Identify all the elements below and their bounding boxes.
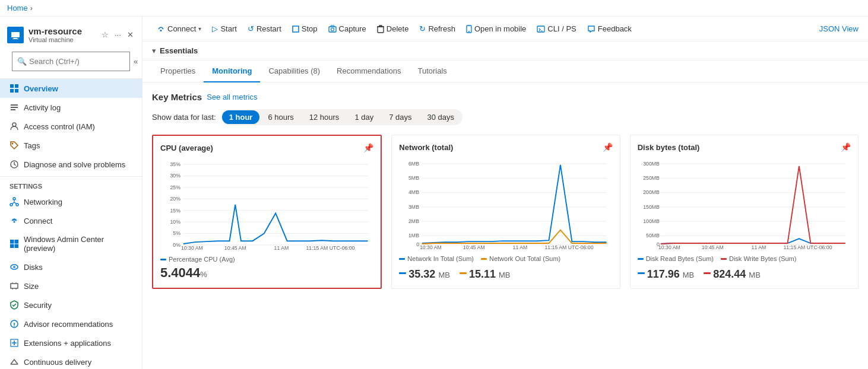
cpu-value-unit: % [200,270,207,279]
advisor-icon [9,319,19,329]
tab-tutorials[interactable]: Tutorials [410,61,455,82]
overview-icon [9,84,19,93]
see-all-metrics-link[interactable]: See all metrics [207,93,257,101]
sidebar-item-diagnose[interactable]: Diagnose and solve problems [0,155,142,174]
time-pill-1hour[interactable]: 1 hour [222,110,260,124]
tab-properties[interactable]: Properties [152,61,204,82]
chart-cpu-pin-icon[interactable]: 📌 [363,143,373,152]
sidebar-item-label-size: Size [24,282,39,291]
sidebar-item-size[interactable]: Size [0,276,142,295]
chart-disk-values: 117.96 MB 824.44 MB [638,266,851,281]
cpu-value-number: 5.4044 [160,265,200,280]
sidebar-item-overview[interactable]: Overview [0,79,142,98]
collapse-sidebar-button[interactable]: « [131,55,140,68]
close-button[interactable]: ✕ [126,29,135,40]
stop-button-label: Stop [302,24,318,33]
open-mobile-button[interactable]: Open in mobile [461,21,531,36]
sidebar-item-windows-admin[interactable]: Windows Admin Center (preview) [0,230,142,257]
breadcrumb-home[interactable]: Home [7,4,28,12]
sidebar-item-security[interactable]: Security [0,295,142,314]
essentials-label: Essentials [160,46,198,55]
json-view-button[interactable]: JSON View [819,24,859,33]
svg-point-22 [13,266,15,268]
network-out-dot [460,272,467,274]
size-icon [9,281,19,291]
tab-recommendations[interactable]: Recommendations [328,61,409,82]
time-pills: 1 hour 6 hours 12 hours 1 day 7 days 30 … [221,109,462,125]
sidebar-item-label-access-control: Access control (IAM) [24,122,95,131]
svg-text:50MB: 50MB [646,233,660,238]
svg-text:10:45 AM: 10:45 AM [224,245,246,251]
sidebar-item-continuous-delivery[interactable]: Continuous delivery [0,352,142,369]
svg-rect-9 [11,109,15,110]
sidebar-item-tags[interactable]: Tags [0,136,142,155]
network-out-number: 15.11 MB [469,268,511,281]
svg-text:5MB: 5MB [408,175,419,181]
sidebar-item-connect[interactable]: Connect [0,211,142,230]
svg-text:3MB: 3MB [408,204,419,210]
time-pill-7days[interactable]: 7 days [382,110,419,124]
breadcrumb: Home › [0,0,868,17]
feedback-icon [587,25,595,33]
svg-text:250MB: 250MB [643,175,660,181]
svg-point-16 [14,221,15,223]
sidebar-item-disks[interactable]: Disks [0,257,142,276]
legend-dot-network-out [481,258,487,260]
essentials-bar[interactable]: ▾ Essentials [142,42,868,61]
resource-actions: ☆ ··· ✕ [100,29,135,40]
chart-disk-svg: 300MB 250MB 200MB 150MB 100MB 50MB 0 [638,157,851,252]
svg-text:11:15 AM UTC-06:00: 11:15 AM UTC-06:00 [545,244,594,250]
sidebar-item-label-delivery: Continuous delivery [24,358,91,367]
start-button[interactable]: ▷ Start [207,21,241,36]
tab-monitoring[interactable]: Monitoring [204,61,260,82]
connect-button[interactable]: Connect ▾ [152,21,206,36]
network-out-value: 15.11 MB [460,266,511,281]
content-area: ▾ Essentials Properties Monitoring Capab… [142,42,868,369]
sidebar-item-label-advisor: Advisor recommendations [24,320,113,329]
favorite-button[interactable]: ☆ [100,29,110,40]
sidebar-item-advisor[interactable]: Advisor recommendations [0,314,142,333]
sidebar-item-networking[interactable]: Networking [0,192,142,211]
chart-cpu[interactable]: CPU (average) 📌 [152,135,382,289]
time-pill-6hours[interactable]: 6 hours [261,110,300,124]
refresh-button[interactable]: ↻ Refresh [414,21,460,36]
sidebar-item-extensions[interactable]: Extensions + applications [0,333,142,352]
time-pill-1day[interactable]: 1 day [347,110,381,124]
sidebar-item-access-control[interactable]: Access control (IAM) [0,117,142,136]
delete-button[interactable]: Delete [372,21,414,36]
svg-text:100MB: 100MB [643,218,660,224]
feedback-button[interactable]: Feedback [582,21,636,36]
svg-text:35%: 35% [170,161,181,167]
svg-text:5%: 5% [173,230,180,236]
svg-point-10 [12,123,16,126]
time-pill-12hours[interactable]: 12 hours [302,110,347,124]
chart-network[interactable]: Network (total) 📌 [391,135,620,289]
search-input[interactable] [29,57,129,66]
legend-item-disk-read: Disk Read Bytes (Sum) [638,255,714,262]
chart-disk[interactable]: Disk bytes (total) 📌 [630,135,859,289]
svg-rect-19 [10,244,14,249]
legend-item-cpu: Percentage CPU (Avg) [160,256,235,263]
search-box[interactable]: 🔍 « [12,52,130,71]
chart-disk-pin-icon[interactable]: 📌 [841,142,851,152]
key-metrics-header: Key Metrics See all metrics [152,92,859,102]
legend-dot-disk-write [721,258,727,260]
chart-network-pin-icon[interactable]: 📌 [603,142,613,152]
capture-button[interactable]: Capture [324,21,371,36]
svg-rect-23 [11,284,18,288]
sidebar-header: vm-resource Virtual machine ☆ ··· ✕ 🔍 « [0,17,142,79]
svg-rect-4 [15,84,18,88]
diagnose-icon [9,160,19,169]
disks-icon [9,262,19,272]
tab-capabilities[interactable]: Capabilities (8) [260,61,328,82]
sidebar-item-activity-log[interactable]: Activity log [0,98,142,117]
connect-dropdown-arrow: ▾ [198,26,201,32]
key-metrics-title: Key Metrics [152,92,202,102]
disk-write-dot [704,272,711,274]
cli-ps-button[interactable]: CLI / PS [532,21,581,36]
stop-button[interactable]: Stop [287,21,322,36]
time-pill-30days[interactable]: 30 days [420,110,462,124]
svg-text:200MB: 200MB [643,189,660,195]
more-button[interactable]: ··· [113,29,122,40]
restart-button[interactable]: ↺ Restart [243,21,286,36]
